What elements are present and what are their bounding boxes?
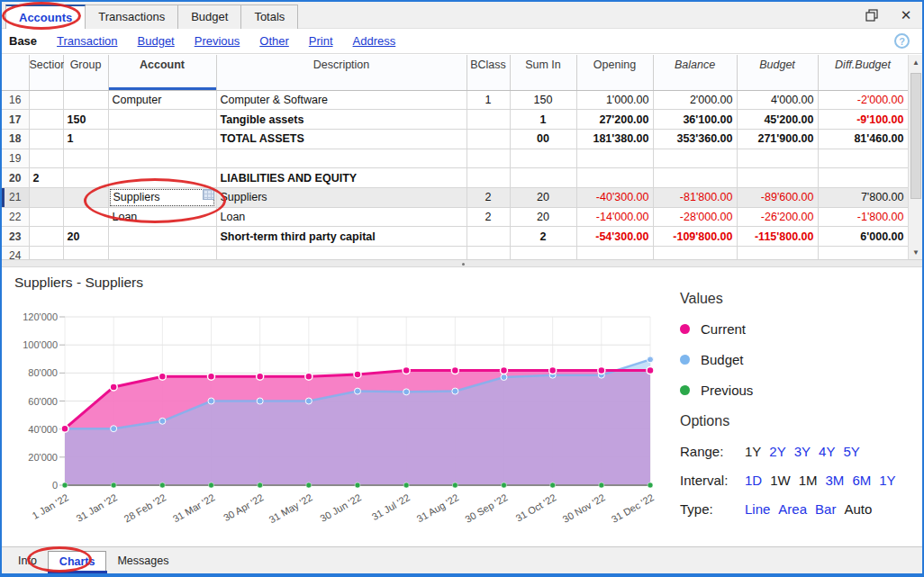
row-number[interactable]: 16 <box>2 90 29 110</box>
cell-section[interactable]: 2 <box>29 168 63 188</box>
scroll-down-icon[interactable]: ▼ <box>909 245 923 259</box>
option-interval-1d[interactable]: 1D <box>745 473 762 488</box>
tab-accounts[interactable]: Accounts <box>5 5 86 29</box>
cell-bclass[interactable]: 2 <box>467 207 510 227</box>
column-header-opening[interactable]: Opening <box>576 55 653 90</box>
cell-account[interactable] <box>108 129 216 149</box>
cell-section[interactable] <box>29 149 63 168</box>
cell-group[interactable]: 20 <box>63 227 108 247</box>
cell-account[interactable] <box>108 149 216 168</box>
row-number[interactable]: 20 <box>2 168 29 188</box>
pane-splitter[interactable] <box>2 259 922 267</box>
row-number[interactable]: 22 <box>2 207 29 227</box>
tab-totals[interactable]: Totals <box>241 5 298 29</box>
cell-diff[interactable]: 81'460.00 <box>818 129 908 149</box>
cell-section[interactable] <box>29 110 63 130</box>
column-header-budget[interactable]: Budget <box>737 55 818 90</box>
cell-section[interactable] <box>29 129 63 149</box>
cell-description[interactable] <box>216 149 467 168</box>
cell-opening[interactable]: 181'380.00 <box>576 129 653 149</box>
option-type-auto[interactable]: Auto <box>844 501 872 517</box>
cell-sumin[interactable] <box>510 247 576 260</box>
column-header-section[interactable]: Section <box>29 55 63 90</box>
cell-description[interactable] <box>216 247 467 260</box>
cell-description[interactable]: Computer & Software <box>216 90 467 110</box>
cell-sumin[interactable]: 2 <box>510 227 576 247</box>
cell-section[interactable] <box>29 247 63 260</box>
cell-account[interactable] <box>108 168 216 188</box>
cell-opening[interactable] <box>576 149 653 168</box>
cell-balance[interactable]: -81'800.00 <box>653 187 737 207</box>
row-number[interactable]: 23 <box>2 227 29 247</box>
cell-group[interactable]: 1 <box>63 129 108 149</box>
menu-item-other[interactable]: Other <box>259 34 289 48</box>
cell-bclass[interactable] <box>467 149 510 168</box>
cell-balance[interactable]: 353'360.00 <box>653 129 737 149</box>
menu-item-budget[interactable]: Budget <box>138 34 175 48</box>
cell-sumin[interactable]: 1 <box>510 110 576 130</box>
cell-diff[interactable] <box>818 149 908 168</box>
option-type-bar[interactable]: Bar <box>815 501 836 517</box>
cell-description[interactable]: Suppliers <box>216 187 467 207</box>
cell-diff[interactable] <box>818 168 908 188</box>
cell-budget[interactable]: 45'200.00 <box>737 110 818 130</box>
column-header-diff-budget[interactable]: Diff.Budget <box>818 55 908 90</box>
cell-budget[interactable]: 4'000.00 <box>737 90 818 110</box>
menu-item-base[interactable]: Base <box>9 34 37 48</box>
cell-sumin[interactable] <box>510 149 576 168</box>
column-header-bclass[interactable]: BClass <box>467 55 510 90</box>
row-number[interactable]: 19 <box>2 149 29 168</box>
option-type-line[interactable]: Line <box>745 501 770 517</box>
cell-diff[interactable]: -2'000.00 <box>818 90 908 110</box>
close-window-icon[interactable]: ✕ <box>897 6 915 24</box>
cell-diff[interactable]: 6'000.00 <box>818 227 908 247</box>
row-number[interactable]: 24 <box>2 247 29 260</box>
menu-item-previous[interactable]: Previous <box>195 34 240 48</box>
option-interval-1y[interactable]: 1Y <box>879 473 895 488</box>
cell-balance[interactable]: 36'100.00 <box>653 110 737 130</box>
cell-opening[interactable]: -40'300.00 <box>576 187 653 207</box>
cell-bclass[interactable]: 1 <box>467 90 510 110</box>
cell-group[interactable] <box>63 149 108 168</box>
cell-budget[interactable]: -26'200.00 <box>737 207 818 227</box>
cell-balance[interactable] <box>653 149 737 168</box>
cell-diff[interactable]: 7'800.00 <box>818 187 908 207</box>
cell-section[interactable] <box>29 207 63 227</box>
cell-account[interactable] <box>108 110 216 130</box>
column-header-balance[interactable]: Balance <box>653 55 737 90</box>
option-range-4y[interactable]: 4Y <box>819 444 835 459</box>
row-number[interactable]: 17 <box>2 110 29 130</box>
cell-sumin[interactable]: 00 <box>510 129 576 149</box>
cell-section[interactable] <box>29 227 63 247</box>
option-range-2y[interactable]: 2Y <box>769 444 785 459</box>
row-number[interactable]: 21 <box>2 187 29 207</box>
cell-sumin[interactable]: 20 <box>510 187 576 207</box>
cell-diff[interactable] <box>818 247 908 260</box>
cell-diff[interactable]: -9'100.00 <box>818 110 908 130</box>
cell-opening[interactable] <box>576 247 653 260</box>
scrollbar-thumb[interactable] <box>910 73 921 199</box>
cell-opening[interactable]: -54'300.00 <box>576 227 653 247</box>
scroll-up-icon[interactable]: ▲ <box>909 55 923 69</box>
cell-budget[interactable]: -115'800.00 <box>737 227 818 247</box>
cell-group[interactable] <box>63 90 108 110</box>
cell-bclass[interactable] <box>467 110 510 130</box>
cell-budget[interactable] <box>737 149 818 168</box>
cell-opening[interactable] <box>576 168 653 188</box>
cell-budget[interactable]: 271'900.00 <box>737 129 818 149</box>
cell-description[interactable]: TOTAL ASSETS <box>216 129 467 149</box>
vertical-scrollbar[interactable]: ▲ ▼ <box>908 55 922 259</box>
cell-group[interactable]: 150 <box>63 110 108 130</box>
cell-opening[interactable]: -14'000.00 <box>576 207 653 227</box>
menu-item-print[interactable]: Print <box>309 34 333 48</box>
option-interval-3m[interactable]: 3M <box>826 473 845 488</box>
cell-group[interactable] <box>63 168 108 188</box>
cell-account[interactable] <box>108 227 216 247</box>
cell-sumin[interactable]: 150 <box>510 90 576 110</box>
tab-budget[interactable]: Budget <box>178 5 241 29</box>
option-range-1y[interactable]: 1Y <box>745 444 761 459</box>
option-range-3y[interactable]: 3Y <box>794 444 811 459</box>
bottom-tab-info[interactable]: Info <box>7 551 48 573</box>
cell-bclass[interactable]: 2 <box>467 187 510 207</box>
cell-description[interactable]: LIABILITIES AND EQUITY <box>216 168 467 188</box>
